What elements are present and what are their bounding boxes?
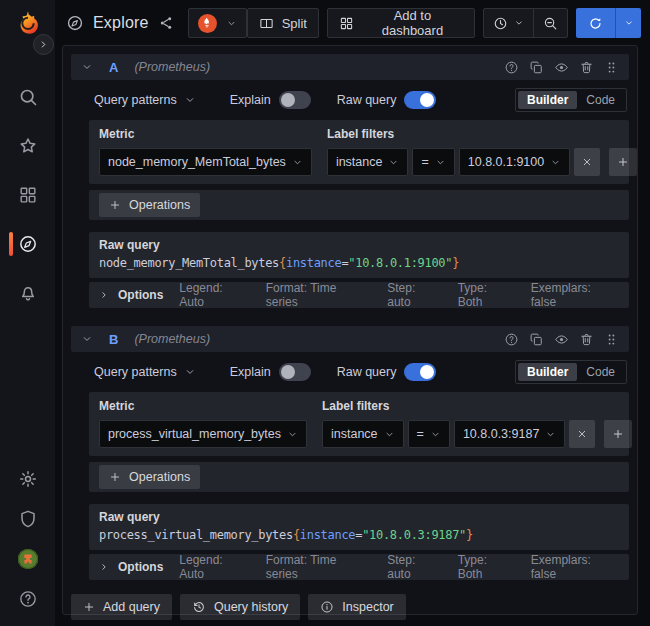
delete-query-trash-icon[interactable]: [579, 60, 594, 75]
drag-handle-icon[interactable]: [604, 60, 619, 75]
chevron-down-icon: [435, 157, 446, 168]
metric-label: Metric: [99, 128, 312, 141]
metric-select[interactable]: node_memory_MemTotal_bytes: [99, 148, 312, 176]
collapse-chevron-icon[interactable]: [81, 61, 93, 73]
help-icon: [18, 589, 38, 609]
filter-label-select[interactable]: instance: [327, 148, 409, 176]
add-query-button[interactable]: Add query: [71, 594, 172, 620]
remove-filter-button[interactable]: [574, 148, 600, 176]
zoom-out-icon: [543, 16, 558, 31]
chevron-right-icon: [99, 562, 109, 572]
share-icon[interactable]: [158, 15, 174, 31]
chevron-down-icon: [226, 18, 237, 29]
inspector-button[interactable]: Inspector: [308, 594, 405, 620]
sidebar-item-alerting[interactable]: [0, 282, 55, 304]
explain-toggle[interactable]: [279, 91, 311, 109]
zoom-out-time-button[interactable]: [533, 9, 567, 37]
metric-select[interactable]: process_virtual_memory_bytes: [99, 420, 307, 448]
raw-query-toggle[interactable]: [404, 91, 436, 109]
sidebar-item-search[interactable]: [0, 86, 55, 108]
add-operation-button[interactable]: Operations: [99, 193, 200, 217]
split-button[interactable]: Split: [247, 8, 319, 38]
options-step: Step: auto: [387, 281, 441, 309]
add-operation-button[interactable]: Operations: [99, 465, 200, 489]
sidebar-item-starred[interactable]: [0, 135, 55, 157]
options-collapse-row[interactable]: Options Legend: Auto Format: Time series…: [89, 282, 629, 308]
sidebar-item-server-admin[interactable]: [0, 508, 55, 530]
query-datasource-label: (Prometheus): [134, 332, 210, 346]
dashboard-grid-icon: [339, 16, 354, 31]
sidebar-item-profile[interactable]: [0, 548, 55, 570]
add-filter-button[interactable]: [609, 148, 637, 176]
query-patterns-label: Query patterns: [94, 365, 177, 379]
hide-query-eye-icon[interactable]: [554, 332, 569, 347]
collapse-chevron-icon[interactable]: [81, 333, 93, 345]
query-datasource-label: (Prometheus): [134, 60, 210, 74]
builder-mode-button[interactable]: Builder: [518, 91, 577, 109]
sidebar-item-help[interactable]: [0, 588, 55, 610]
add-to-dashboard-button[interactable]: Add to dashboard: [327, 8, 475, 38]
options-type: Type: Both: [458, 553, 515, 581]
delete-query-trash-icon[interactable]: [579, 332, 594, 347]
topbar: Explore Split Add to dashboard: [55, 0, 650, 46]
sidebar-item-settings[interactable]: [0, 468, 55, 490]
filter-row: instance = 10.8.0.3:9187: [322, 420, 632, 448]
gear-icon: [18, 469, 38, 489]
grafana-logo[interactable]: [14, 9, 42, 37]
filter-operator-select[interactable]: =: [408, 420, 450, 448]
hide-query-eye-icon[interactable]: [554, 60, 569, 75]
expand-sidebar-button[interactable]: [33, 34, 54, 55]
filter-operator-select[interactable]: =: [412, 148, 454, 176]
refresh-sync-icon: [588, 16, 603, 31]
query-help-icon[interactable]: [504, 332, 519, 347]
query-patterns-button[interactable]: Query patterns: [94, 365, 196, 379]
raw-query-toggle-row: Raw query: [337, 91, 437, 109]
filter-operator-value: =: [421, 155, 428, 169]
chevron-down-icon: [184, 366, 196, 378]
raw-query-toggle[interactable]: [404, 363, 436, 381]
add-filter-button[interactable]: [604, 420, 632, 448]
explore-query-container: A (Prometheus) Query patterns Explain: [62, 45, 638, 615]
code-mode-button[interactable]: Code: [577, 91, 624, 109]
options-exemplars: Exemplars: false: [531, 281, 619, 309]
query-a-header[interactable]: A (Prometheus): [71, 54, 629, 80]
drag-handle-icon[interactable]: [604, 332, 619, 347]
query-patterns-button[interactable]: Query patterns: [94, 93, 196, 107]
code-mode-button[interactable]: Code: [577, 363, 624, 381]
filter-value-value: 10.8.0.3:9187: [463, 427, 539, 441]
options-collapse-row[interactable]: Options Legend: Auto Format: Time series…: [89, 554, 629, 580]
add-query-label: Add query: [103, 600, 160, 614]
options-label: Options: [118, 288, 163, 302]
query-history-button[interactable]: Query history: [180, 594, 300, 620]
datasource-picker[interactable]: [188, 8, 247, 38]
filter-label-select[interactable]: instance: [322, 420, 404, 448]
explain-label: Explain: [230, 93, 271, 107]
filter-value-select[interactable]: 10.8.0.1:9100: [459, 148, 570, 176]
filter-label-value: instance: [331, 427, 378, 441]
options-type: Type: Both: [458, 281, 515, 309]
plus-icon: [617, 156, 629, 168]
run-query-button[interactable]: [576, 8, 615, 38]
topbar-right: Split Add to dashboard: [247, 8, 641, 38]
metric-value: process_virtual_memory_bytes: [108, 427, 281, 441]
query-b-header[interactable]: B (Prometheus): [71, 326, 629, 352]
refresh-interval-dropdown[interactable]: [615, 8, 641, 38]
shield-icon: [18, 509, 38, 529]
sidebar-item-explore[interactable]: [0, 233, 55, 255]
query-help-icon[interactable]: [504, 60, 519, 75]
filter-operator-value: =: [417, 427, 424, 441]
duplicate-query-icon[interactable]: [529, 60, 544, 75]
editor-mode-group: Builder Code: [515, 360, 627, 384]
builder-mode-button[interactable]: Builder: [518, 363, 577, 381]
remove-filter-button[interactable]: [569, 420, 595, 448]
time-picker-button[interactable]: [484, 9, 533, 37]
raw-query-toggle-label: Raw query: [337, 365, 397, 379]
plus-icon: [109, 199, 121, 211]
x-icon: [576, 428, 588, 440]
explain-toggle[interactable]: [279, 363, 311, 381]
duplicate-query-icon[interactable]: [529, 332, 544, 347]
sidebar-item-dashboards[interactable]: [0, 184, 55, 206]
search-icon: [18, 87, 38, 107]
chevron-down-icon: [384, 429, 395, 440]
filter-value-select[interactable]: 10.8.0.3:9187: [454, 420, 565, 448]
